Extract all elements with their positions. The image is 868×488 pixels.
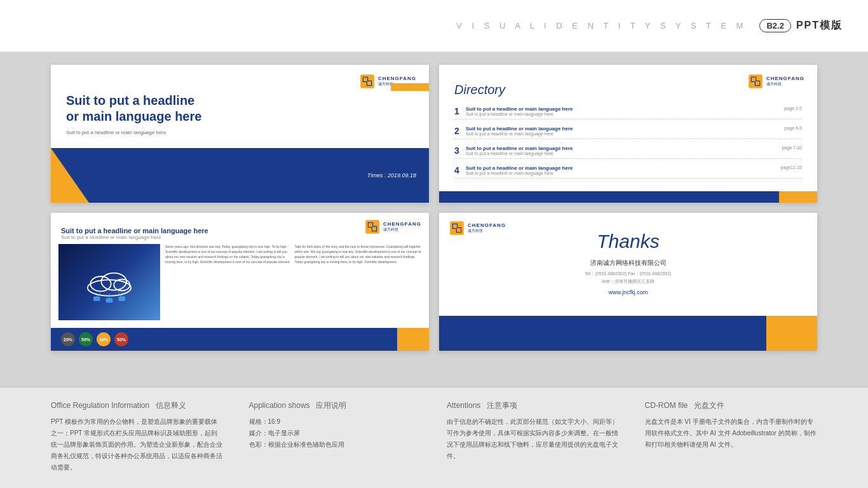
slides-grid: CHENGFANG 诚方科技 Suit to put a headline or… — [51, 65, 817, 351]
office-reg-title: Office Regulation Information 信息释义 — [51, 400, 224, 411]
svg-rect-13 — [369, 223, 372, 227]
dir-content: Suit to put a headline or main language … — [466, 126, 782, 136]
dir-page: page 2-5 — [784, 106, 802, 111]
logo-cn-2: 诚方科技 — [766, 81, 804, 87]
logo-icon — [360, 74, 375, 89]
attention-title: Attentions 注意事项 — [447, 400, 620, 411]
dir-num: 3 — [454, 146, 466, 156]
logo-cn-3: 诚方科技 — [383, 227, 421, 233]
logo-icon-3 — [365, 219, 380, 234]
directory-item: 4 Suit to put a headline or main languag… — [454, 165, 802, 179]
slide-cover: CHENGFANG 诚方科技 Suit to put a headline or… — [51, 65, 429, 203]
dir-page: page11-15 — [781, 165, 802, 170]
progress-indicators: 20% 50% 30% 50% — [61, 332, 128, 346]
main-content: CHENGFANG 诚方科技 Suit to put a headline or… — [0, 52, 868, 488]
slide3-logo: CHENGFANG 诚方科技 — [365, 219, 421, 234]
dir-main: Suit to put a headline or main language … — [466, 146, 779, 151]
slide3-text-area: Some years ago, this direction was key. … — [165, 244, 421, 324]
directory-item: 3 Suit to put a headline or main languag… — [454, 146, 802, 159]
logo-icon-4 — [449, 220, 465, 236]
slide-thanks: CHENGFANG 诚方科技 Thanks 济南诚方网络科技有限公司 Tel：(… — [439, 213, 817, 351]
directory-item: 1 Suit to put a headline or main languag… — [454, 106, 802, 119]
logo-name-2: CHENGFANG — [766, 76, 804, 81]
svg-rect-3 — [363, 78, 367, 81]
app-shows-title: Application shows 应用说明 — [249, 400, 422, 411]
slide3-content: Some years ago, this direction was key. … — [51, 244, 429, 324]
dir-sub: Suit to put a headline or main language … — [466, 171, 778, 175]
svg-rect-24 — [118, 297, 125, 301]
dir-main: Suit to put a headline or main language … — [466, 106, 782, 112]
progress-3: 30% — [97, 332, 111, 346]
footer-col-app: Application shows 应用说明 规格：16:9媒介：电子显示屏色彩… — [249, 400, 422, 475]
dir-sub: Suit to put a headline or main language … — [466, 151, 779, 156]
slide4-accent — [766, 316, 817, 351]
logo-text-4: CHENGFANG 诚方科技 — [468, 222, 506, 234]
svg-rect-9 — [756, 81, 759, 85]
svg-rect-4 — [367, 81, 371, 85]
slide-directory: CHENGFANG 诚方科技 Directory 1 Suit to put a… — [439, 65, 817, 203]
slide3-accent — [397, 328, 429, 351]
dir-num: 1 — [454, 106, 466, 116]
dir-main: Suit to put a headline or main language … — [466, 126, 782, 132]
svg-rect-23 — [106, 298, 113, 302]
footer-col-attention: Attentions 注意事项 由于信息的不确定性，此页部分规范（如文字大小、间… — [447, 400, 620, 475]
progress-2: 50% — [79, 332, 93, 346]
logo-name: CHENGFANG — [378, 76, 416, 81]
slide2-logo: CHENGFANG 诚方科技 — [748, 74, 804, 89]
slide1-bottom: Times : 2019.09.18 — [51, 148, 429, 203]
logo-icon-2 — [748, 74, 763, 89]
slide2-accent — [779, 191, 817, 203]
slide-content: CHENGFANG 诚方科技 Suit to put a headline or… — [51, 213, 429, 351]
dir-num: 2 — [454, 126, 466, 136]
dir-page: page 7-10 — [782, 146, 802, 150]
cdrom-text: 光盘文件是本 VI 手册电子文件的集合，内含手册制作时的专用软件格式文件。其中 … — [645, 416, 818, 451]
header: V I S U A L I D E N T I T Y S Y S T E M … — [0, 0, 868, 52]
slide3-bottom: 20% 50% 30% 50% — [51, 328, 429, 351]
cloud-illustration — [81, 262, 138, 303]
slide3-col2: Take for both sides of the story and the… — [295, 244, 422, 324]
col2-line: 规格：16:9 — [249, 416, 422, 428]
app-shows-text: 规格：16:9媒介：电子显示屏色彩：根据企业标准色辅助色应用 — [249, 416, 422, 451]
dir-content: Suit to put a headline or main language … — [466, 165, 778, 175]
slide4-logo: CHENGFANG 诚方科技 — [449, 220, 506, 236]
slide3-top: CHENGFANG 诚方科技 Suit to put a headline or… — [51, 213, 429, 244]
logo-text-2: CHENGFANG 诚方科技 — [766, 76, 804, 87]
slide3-col1: Some years ago, this direction was key. … — [165, 244, 292, 324]
slide2-top: CHENGFANG 诚方科技 Directory 1 Suit to put a… — [439, 65, 817, 191]
svg-rect-28 — [453, 224, 457, 228]
slide3-sub: Suit to put a headline or main language … — [61, 234, 419, 240]
dir-content: Suit to put a headline or main language … — [466, 146, 779, 156]
section-title: PPT模版 — [796, 19, 843, 32]
slide1-top: CHENGFANG 诚方科技 Suit to put a headline or… — [51, 65, 429, 148]
footer-col-office: Office Regulation Information 信息释义 PPT 模… — [51, 400, 224, 475]
logo-name-3: CHENGFANG — [383, 221, 421, 227]
slide1-sub: Suit to put a headline or main language … — [66, 130, 414, 135]
dir-content: Suit to put a headline or main language … — [466, 106, 782, 116]
contact-info: Tel：(0531-8882302) Fax：(0531-8882302) Ad… — [585, 270, 671, 297]
slide1-headline: Suit to put a headline or main language … — [66, 93, 206, 125]
slide1-accent-bar — [391, 83, 429, 91]
logo-name-4: CHENGFANG — [468, 222, 506, 228]
footer-col-cdrom: CD-ROM file 光盘文件 光盘文件是本 VI 手册电子文件的集合，内含手… — [645, 400, 818, 475]
address: Add：济南市槐荫区汇东路 — [585, 278, 671, 285]
slide4-bottom — [439, 316, 817, 351]
logo-text-3: CHENGFANG 诚方科技 — [383, 221, 421, 233]
vis-label: V I S U A L I D E N T I T Y S Y S T E M — [456, 21, 747, 30]
progress-4: 50% — [114, 332, 128, 346]
attention-text: 由于信息的不确定性，此页部分规范（如文字大小、间距等）可作为参考使用，具体可根据… — [447, 416, 620, 462]
office-reg-text: PPT 模板作为常用的办公物料，是塑造品牌形象的重要载体之一；PPT 常规形式在… — [51, 416, 224, 473]
dir-sub: Suit to put a headline or main language … — [466, 112, 782, 116]
cdrom-title: CD-ROM file 光盘文件 — [645, 400, 818, 411]
slide2-bottom — [439, 191, 817, 203]
directory-item: 2 Suit to put a headline or main languag… — [454, 126, 802, 139]
section-badge: B2.2 — [759, 19, 790, 32]
slide1-date: Times : 2019.09.18 — [367, 172, 416, 179]
slide3-image — [58, 244, 160, 320]
slide4-top: CHENGFANG 诚方科技 Thanks 济南诚方网络科技有限公司 Tel：(… — [439, 213, 817, 316]
tel-fax: Tel：(0531-8882302) Fax：(0531-8882302) — [585, 270, 671, 278]
dir-num: 4 — [454, 165, 466, 175]
website-url: www.jncfkj.com — [585, 288, 671, 297]
logo-cn-4: 诚方科技 — [468, 228, 506, 234]
svg-rect-8 — [752, 78, 756, 81]
dir-page: page 6-9 — [784, 126, 802, 130]
